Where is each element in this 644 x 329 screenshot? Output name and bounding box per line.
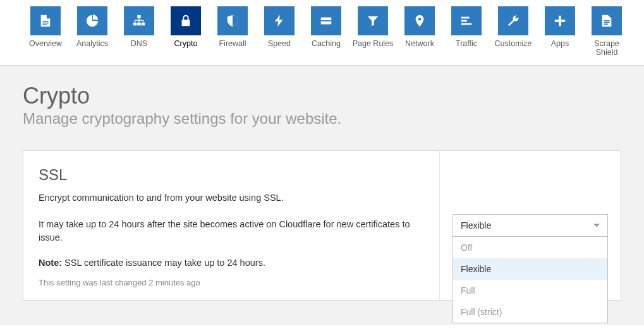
ssl-card-right: Flexible OffFlexibleFullFull (strict) — [440, 151, 621, 300]
ssl-mode-selected-label: Flexible — [461, 220, 491, 230]
page-subtitle: Manage cryptography settings for your we… — [23, 110, 621, 128]
plus-icon — [545, 6, 575, 35]
ssl-note-text: SSL certificate issuance may take up to … — [62, 258, 265, 268]
shield-icon — [217, 6, 248, 35]
nav-label-dns: DNS — [131, 39, 147, 48]
pie-icon — [77, 6, 107, 35]
sitemap-icon — [124, 6, 154, 35]
nav-item-crypto[interactable]: Crypto — [171, 6, 201, 65]
nav-item-customize[interactable]: Customize — [498, 6, 528, 65]
ssl-last-changed: This setting was last changed 2 minutes … — [39, 278, 424, 287]
drive-icon — [311, 6, 341, 35]
nav-item-network[interactable]: Network — [404, 6, 435, 65]
lock-icon — [171, 6, 201, 35]
nav-label-analytics: Analytics — [76, 39, 108, 48]
nav-item-speed[interactable]: Speed — [264, 6, 295, 65]
nav-item-scrape-shield[interactable]: Scrape Shield — [592, 6, 622, 65]
ssl-card-left: SSL Encrypt communication to and from yo… — [23, 151, 440, 300]
ssl-section-title: SSL — [39, 166, 424, 184]
ssl-timing-note: It may take up to 24 hours after the sit… — [39, 218, 424, 246]
top-nav: OverviewAnalyticsDNSCryptoFirewallSpeedC… — [0, 0, 644, 66]
list-icon — [451, 6, 482, 35]
nav-item-firewall[interactable]: Firewall — [217, 6, 248, 65]
nav-label-crypto: Crypto — [174, 39, 198, 48]
nav-label-traffic: Traffic — [456, 39, 477, 48]
ssl-note: Note: SSL certificate issuance may take … — [39, 258, 424, 268]
page-title: Crypto — [23, 85, 621, 107]
doc-icon — [592, 6, 622, 35]
nav-label-speed: Speed — [268, 39, 291, 48]
nav-item-apps[interactable]: Apps — [545, 6, 575, 65]
nav-label-firewall: Firewall — [219, 39, 246, 48]
page-body: Crypto Manage cryptography settings for … — [0, 66, 644, 325]
file-icon — [30, 6, 61, 35]
pin-icon — [404, 6, 435, 35]
nav-item-overview[interactable]: Overview — [30, 6, 61, 65]
caret-down-icon — [593, 224, 600, 227]
ssl-option-full-strict[interactable]: Full (strict) — [453, 301, 607, 323]
filter-icon — [358, 6, 388, 35]
nav-label-caching: Caching — [312, 39, 341, 48]
ssl-mode-select[interactable]: Flexible — [453, 214, 608, 237]
nav-label-customize: Customize — [494, 39, 532, 48]
ssl-option-off[interactable]: Off — [453, 237, 607, 258]
ssl-option-full[interactable]: Full — [453, 280, 607, 301]
nav-item-caching[interactable]: Caching — [311, 6, 341, 65]
ssl-card: SSL Encrypt communication to and from yo… — [23, 150, 621, 301]
ssl-note-label: Note: — [39, 258, 62, 268]
nav-label-network: Network — [405, 39, 434, 48]
nav-label-page-rules: Page Rules — [353, 39, 394, 48]
nav-label-apps: Apps — [551, 39, 569, 48]
nav-item-traffic[interactable]: Traffic — [451, 6, 482, 65]
nav-item-dns[interactable]: DNS — [124, 6, 154, 65]
nav-label-scrape-shield: Scrape Shield — [588, 39, 626, 57]
ssl-select-wrap: Flexible OffFlexibleFullFull (strict) — [453, 214, 608, 237]
ssl-option-flexible[interactable]: Flexible — [453, 258, 607, 280]
ssl-mode-dropdown: OffFlexibleFullFull (strict) — [453, 237, 608, 323]
nav-item-page-rules[interactable]: Page Rules — [358, 6, 388, 65]
bolt-icon — [264, 6, 295, 35]
nav-label-overview: Overview — [29, 39, 62, 48]
wrench-icon — [498, 6, 528, 35]
ssl-description: Encrypt communication to and from your w… — [39, 191, 424, 205]
nav-item-analytics[interactable]: Analytics — [77, 6, 107, 65]
